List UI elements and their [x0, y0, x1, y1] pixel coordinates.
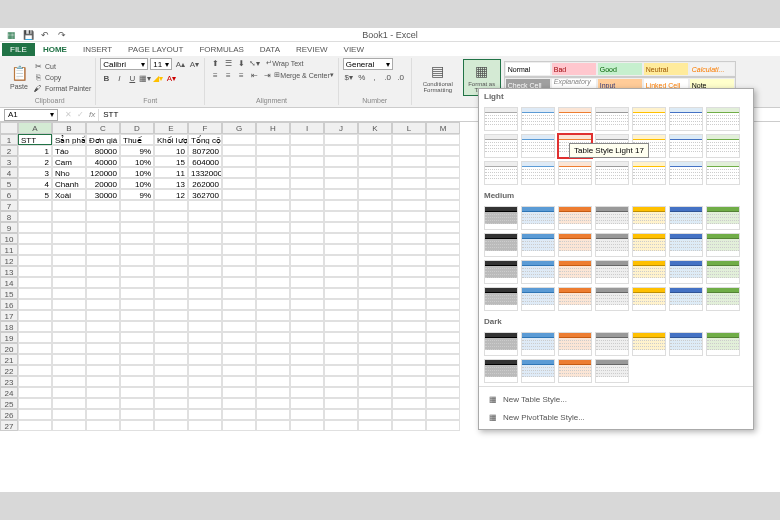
cell-B2[interactable]: Táo	[52, 145, 86, 156]
cell-C19[interactable]	[86, 332, 120, 343]
cell-A3[interactable]: 2	[18, 156, 52, 167]
cell-D20[interactable]	[120, 343, 154, 354]
cell-M19[interactable]	[426, 332, 460, 343]
cell-G16[interactable]	[222, 299, 256, 310]
cell-J3[interactable]	[324, 156, 358, 167]
cell-B1[interactable]: Sản phẩm	[52, 134, 86, 145]
cell-M7[interactable]	[426, 200, 460, 211]
table-style-swatch[interactable]	[632, 287, 666, 311]
cell-B25[interactable]	[52, 398, 86, 409]
table-style-swatch[interactable]	[595, 161, 629, 185]
italic-button[interactable]: I	[113, 72, 125, 84]
cell-C3[interactable]: 40000	[86, 156, 120, 167]
table-style-swatch[interactable]	[632, 332, 666, 356]
cell-E27[interactable]	[154, 420, 188, 431]
cell-D19[interactable]	[120, 332, 154, 343]
cell-K12[interactable]	[358, 255, 392, 266]
cell-F15[interactable]	[188, 288, 222, 299]
cell-M2[interactable]	[426, 145, 460, 156]
cell-G14[interactable]	[222, 277, 256, 288]
cell-G22[interactable]	[222, 365, 256, 376]
cell-I20[interactable]	[290, 343, 324, 354]
cell-A25[interactable]	[18, 398, 52, 409]
cell-H3[interactable]	[256, 156, 290, 167]
table-style-swatch[interactable]	[595, 260, 629, 284]
cell-K10[interactable]	[358, 233, 392, 244]
col-header-F[interactable]: F	[188, 122, 222, 134]
table-style-swatch[interactable]	[521, 206, 555, 230]
cell-M3[interactable]	[426, 156, 460, 167]
cell-F20[interactable]	[188, 343, 222, 354]
cell-H21[interactable]	[256, 354, 290, 365]
cell-A22[interactable]	[18, 365, 52, 376]
cell-D2[interactable]: 9%	[120, 145, 154, 156]
cell-D26[interactable]	[120, 409, 154, 420]
table-style-swatch[interactable]	[669, 287, 703, 311]
cell-H19[interactable]	[256, 332, 290, 343]
cell-I2[interactable]	[290, 145, 324, 156]
cell-D23[interactable]	[120, 376, 154, 387]
conditional-formatting-button[interactable]: ▤Conditional Formatting	[416, 60, 460, 95]
cell-G5[interactable]	[222, 178, 256, 189]
cell-H14[interactable]	[256, 277, 290, 288]
cell-J18[interactable]	[324, 321, 358, 332]
font-name-select[interactable]: Calibri▾	[100, 58, 148, 70]
row-header-20[interactable]: 20	[0, 343, 18, 354]
cell-C5[interactable]: 20000	[86, 178, 120, 189]
cell-B8[interactable]	[52, 211, 86, 222]
cell-M14[interactable]	[426, 277, 460, 288]
cell-A2[interactable]: 1	[18, 145, 52, 156]
cell-C6[interactable]: 30000	[86, 189, 120, 200]
cell-B4[interactable]: Nho	[52, 167, 86, 178]
cell-C17[interactable]	[86, 310, 120, 321]
cell-L8[interactable]	[392, 211, 426, 222]
cell-M5[interactable]	[426, 178, 460, 189]
align-center-button[interactable]: ≡	[222, 70, 234, 80]
cell-A21[interactable]	[18, 354, 52, 365]
cell-D5[interactable]: 10%	[120, 178, 154, 189]
cancel-icon[interactable]: ✕	[62, 109, 74, 121]
cell-L2[interactable]	[392, 145, 426, 156]
cell-H4[interactable]	[256, 167, 290, 178]
cell-M27[interactable]	[426, 420, 460, 431]
row-header-10[interactable]: 10	[0, 233, 18, 244]
cell-A27[interactable]	[18, 420, 52, 431]
cell-J6[interactable]	[324, 189, 358, 200]
save-icon[interactable]: 💾	[21, 29, 35, 41]
cell-L3[interactable]	[392, 156, 426, 167]
cell-G17[interactable]	[222, 310, 256, 321]
tab-insert[interactable]: INSERT	[75, 43, 120, 56]
cell-D10[interactable]	[120, 233, 154, 244]
cell-K3[interactable]	[358, 156, 392, 167]
table-style-swatch[interactable]	[706, 332, 740, 356]
cell-F26[interactable]	[188, 409, 222, 420]
table-style-swatch[interactable]	[632, 260, 666, 284]
cell-E12[interactable]	[154, 255, 188, 266]
table-style-swatch[interactable]	[484, 260, 518, 284]
cell-J21[interactable]	[324, 354, 358, 365]
cell-K21[interactable]	[358, 354, 392, 365]
cell-C10[interactable]	[86, 233, 120, 244]
col-header-L[interactable]: L	[392, 122, 426, 134]
cell-A24[interactable]	[18, 387, 52, 398]
cell-K18[interactable]	[358, 321, 392, 332]
cell-B26[interactable]	[52, 409, 86, 420]
cell-A18[interactable]	[18, 321, 52, 332]
cell-K1[interactable]	[358, 134, 392, 145]
cell-I11[interactable]	[290, 244, 324, 255]
cell-C23[interactable]	[86, 376, 120, 387]
cell-B20[interactable]	[52, 343, 86, 354]
cell-I4[interactable]	[290, 167, 324, 178]
cell-C25[interactable]	[86, 398, 120, 409]
cell-I15[interactable]	[290, 288, 324, 299]
cell-J25[interactable]	[324, 398, 358, 409]
cell-K19[interactable]	[358, 332, 392, 343]
cell-M24[interactable]	[426, 387, 460, 398]
cell-F27[interactable]	[188, 420, 222, 431]
cell-H13[interactable]	[256, 266, 290, 277]
cell-M17[interactable]	[426, 310, 460, 321]
cell-A23[interactable]	[18, 376, 52, 387]
cell-L4[interactable]	[392, 167, 426, 178]
enter-icon[interactable]: ✓	[74, 109, 86, 121]
grow-font-button[interactable]: A▴	[174, 58, 186, 70]
